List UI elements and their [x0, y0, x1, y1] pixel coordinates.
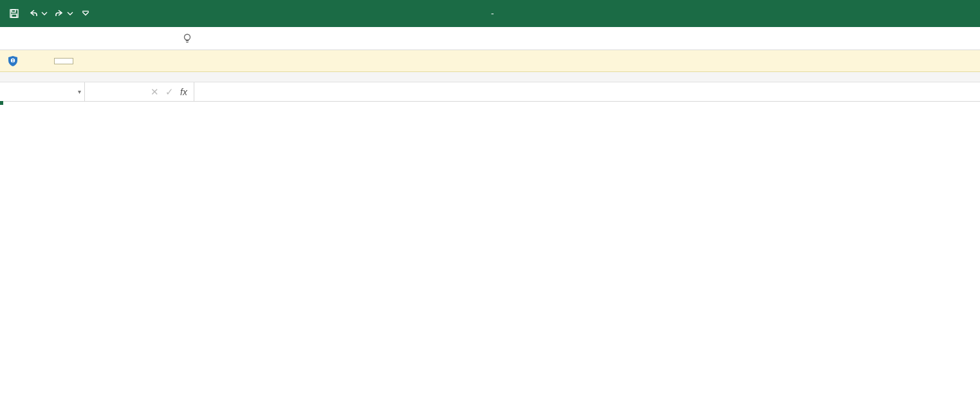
tab-data[interactable]: [97, 27, 115, 50]
enable-editing-button[interactable]: [54, 58, 73, 64]
tab-insert[interactable]: [42, 27, 60, 50]
formula-input[interactable]: [194, 82, 980, 101]
undo-icon[interactable]: [26, 6, 41, 21]
redo-icon[interactable]: [51, 6, 67, 21]
tab-formulas[interactable]: [79, 27, 97, 50]
svg-point-3: [185, 34, 190, 40]
tab-page-layout[interactable]: [60, 27, 79, 50]
enter-icon[interactable]: ✓: [165, 86, 174, 98]
redo-dropdown-icon[interactable]: [67, 6, 73, 21]
svg-rect-6: [12, 61, 14, 62]
svg-rect-2: [12, 14, 17, 17]
selection-overlay: [0, 102, 3, 104]
name-box[interactable]: ▾: [0, 82, 85, 101]
tell-me[interactable]: [181, 33, 199, 44]
ribbon-substrip: [0, 72, 980, 82]
cancel-icon[interactable]: ✕: [151, 86, 159, 98]
undo-dropdown-icon[interactable]: [41, 6, 48, 21]
formula-buttons: ✕ ✓ fx: [85, 82, 194, 101]
tab-help[interactable]: [151, 27, 169, 50]
window-title: -: [0, 8, 980, 19]
shield-icon: [6, 55, 19, 68]
fx-icon[interactable]: fx: [180, 87, 187, 97]
quick-access-toolbar: [0, 6, 89, 21]
qat-customize-icon[interactable]: [82, 6, 89, 21]
tab-file[interactable]: [6, 27, 24, 50]
ribbon-tabs: [0, 27, 980, 50]
protected-view-bar: [0, 50, 980, 72]
svg-rect-1: [12, 10, 15, 12]
formula-bar: ▾ ✕ ✓ fx: [0, 82, 980, 102]
tab-home[interactable]: [24, 27, 42, 50]
svg-rect-5: [12, 59, 14, 60]
save-icon[interactable]: [6, 6, 22, 21]
tab-review[interactable]: [115, 27, 133, 50]
chevron-down-icon[interactable]: ▾: [74, 88, 84, 95]
title-bar: -: [0, 0, 980, 27]
tab-view[interactable]: [133, 27, 151, 50]
lightbulb-icon: [181, 33, 193, 44]
